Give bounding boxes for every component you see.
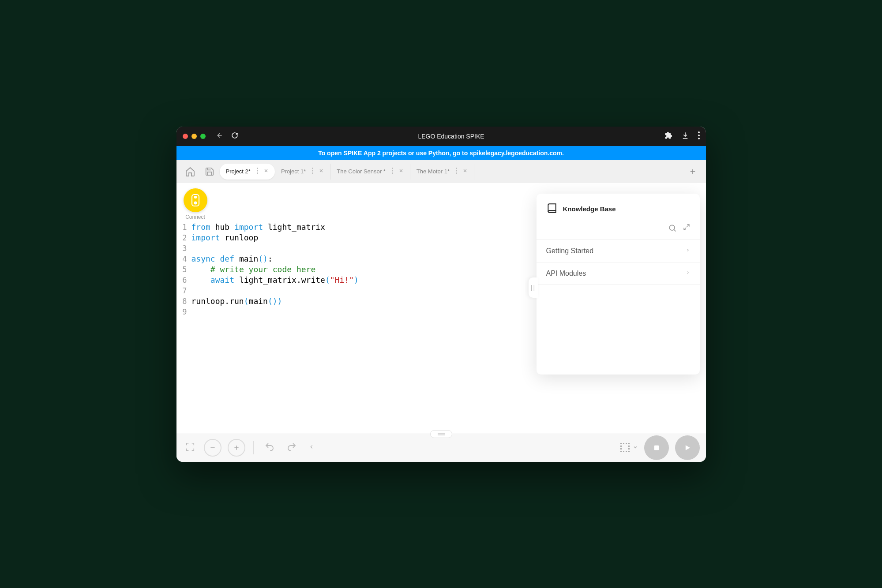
svg-rect-17	[195, 196, 196, 198]
play-button[interactable]	[675, 435, 700, 460]
window-close[interactable]	[183, 134, 188, 139]
tab-label: The Color Sensor *	[337, 168, 386, 175]
save-button[interactable]	[200, 162, 219, 181]
code-content[interactable]: await light_matrix.write("Hi!")	[191, 275, 359, 285]
console-drag-handle[interactable]	[430, 430, 452, 438]
fullscreen-icon[interactable]	[183, 439, 198, 456]
svg-point-7	[312, 170, 313, 172]
svg-point-2	[698, 138, 700, 139]
kb-item-label: API Modules	[546, 270, 586, 277]
svg-point-4	[257, 170, 258, 172]
back-icon[interactable]	[216, 132, 223, 141]
tab-2[interactable]: The Color Sensor *	[330, 164, 410, 180]
svg-rect-20	[623, 443, 624, 444]
svg-rect-22	[628, 443, 630, 444]
svg-rect-31	[654, 446, 659, 450]
code-content[interactable]: async def main():	[191, 254, 273, 264]
tab-close-icon[interactable]	[398, 168, 404, 175]
code-content[interactable]: import runloop	[191, 232, 259, 243]
svg-point-16	[194, 202, 196, 204]
main-area: Connect 1from hub import light_matrix2im…	[176, 183, 706, 434]
svg-point-11	[392, 172, 393, 174]
code-content[interactable]: # write your code here	[191, 264, 316, 275]
tab-close-icon[interactable]	[462, 168, 468, 175]
stop-button[interactable]	[644, 435, 669, 460]
chevron-right-icon	[686, 270, 690, 277]
svg-point-14	[456, 172, 457, 174]
undo-button[interactable]	[262, 439, 278, 457]
kb-item-1[interactable]: API Modules	[537, 262, 700, 285]
svg-rect-21	[626, 443, 627, 444]
line-number: 7	[176, 285, 191, 296]
svg-point-9	[392, 168, 393, 169]
reload-icon[interactable]	[231, 132, 238, 141]
search-icon[interactable]	[668, 224, 677, 234]
line-number: 3	[176, 243, 191, 254]
connect-hub-button[interactable]	[184, 188, 207, 212]
line-number: 5	[176, 264, 191, 275]
tab-3[interactable]: The Motor 1*	[410, 164, 474, 180]
kb-item-label: Getting Started	[546, 247, 594, 255]
svg-rect-23	[620, 446, 622, 447]
tab-0[interactable]: Project 2*	[220, 164, 275, 180]
svg-point-18	[669, 225, 675, 230]
download-icon[interactable]	[681, 131, 689, 141]
svg-rect-27	[620, 451, 622, 452]
code-content[interactable]: from hub import light_matrix	[191, 222, 325, 232]
tab-menu-icon[interactable]	[312, 168, 313, 175]
knowledge-base-title: Knowledge Base	[563, 205, 616, 213]
extension-icon[interactable]	[664, 131, 672, 141]
window-zoom[interactable]	[200, 134, 206, 139]
svg-point-12	[456, 168, 457, 169]
window-controls	[183, 134, 206, 139]
tab-1[interactable]: Project 1*	[275, 164, 330, 180]
svg-rect-25	[620, 448, 622, 449]
line-number: 4	[176, 254, 191, 264]
zoom-out-button[interactable]	[204, 439, 221, 457]
redo-button[interactable]	[284, 439, 300, 457]
window-title: LEGO Education SPIKE	[238, 133, 664, 140]
app-window: LEGO Education SPIKE To open SPIKE App 2…	[176, 127, 706, 462]
svg-point-10	[392, 170, 393, 172]
expand-panel-icon[interactable]	[683, 224, 690, 234]
zoom-in-button[interactable]	[228, 439, 245, 457]
tab-menu-icon[interactable]	[392, 168, 393, 175]
code-content[interactable]: runloop.run(main())	[191, 296, 282, 307]
line-number: 6	[176, 275, 191, 285]
chevron-down-icon	[633, 444, 638, 452]
tab-close-icon[interactable]	[263, 168, 269, 175]
svg-rect-19	[620, 443, 622, 444]
tab-menu-icon[interactable]	[456, 168, 457, 175]
panel-collapse-handle[interactable]: ||	[529, 277, 538, 298]
connect-label: Connect	[184, 214, 207, 220]
tab-close-icon[interactable]	[319, 168, 324, 175]
svg-rect-26	[628, 448, 630, 449]
home-button[interactable]	[181, 162, 199, 181]
tab-menu-icon[interactable]	[257, 168, 258, 175]
svg-point-0	[698, 131, 700, 133]
svg-point-3	[257, 168, 258, 169]
menu-icon[interactable]	[698, 131, 700, 141]
info-banner: To open SPIKE App 2 projects or use Pyth…	[176, 146, 706, 160]
bottom-toolbar	[176, 434, 706, 462]
window-minimize[interactable]	[191, 134, 197, 139]
svg-rect-28	[623, 451, 624, 452]
line-number: 2	[176, 232, 191, 243]
svg-rect-24	[628, 446, 630, 447]
add-tab-button[interactable]	[684, 168, 702, 176]
step-back-button[interactable]	[306, 441, 317, 454]
tab-label: Project 2*	[226, 168, 251, 175]
line-number: 9	[176, 307, 191, 317]
kb-item-0[interactable]: Getting Started	[537, 240, 700, 262]
svg-rect-30	[628, 451, 630, 452]
titlebar: LEGO Education SPIKE	[176, 127, 706, 146]
svg-point-13	[456, 170, 457, 172]
line-number: 8	[176, 296, 191, 307]
book-icon	[546, 202, 558, 216]
svg-point-8	[312, 172, 313, 174]
svg-point-1	[698, 135, 700, 136]
svg-rect-29	[626, 451, 627, 452]
svg-point-6	[312, 168, 313, 169]
tab-label: Project 1*	[281, 168, 306, 175]
slot-selector[interactable]	[619, 442, 638, 453]
